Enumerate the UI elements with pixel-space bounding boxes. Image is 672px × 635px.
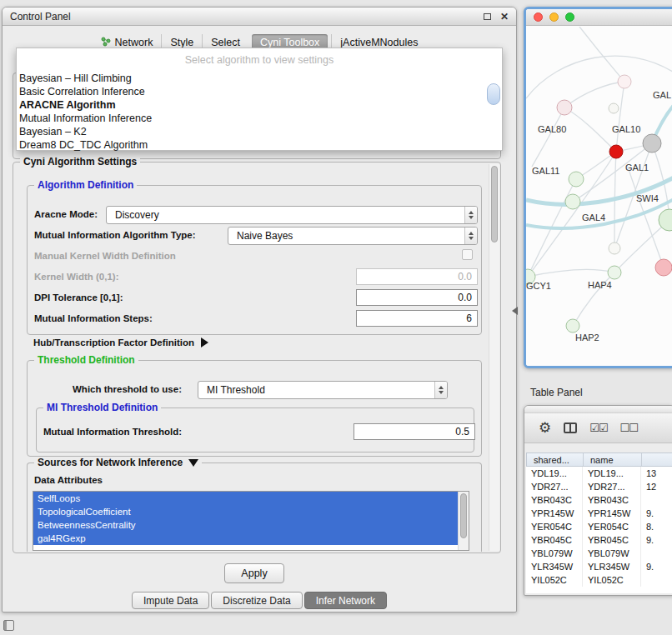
network-edge <box>616 82 624 152</box>
expanded-arrow-icon[interactable] <box>188 459 198 467</box>
table-row[interactable]: YPR145W YPR145W 9. <box>526 507 672 520</box>
table-header-row: shared... name <box>526 452 672 467</box>
tab-impute-data[interactable]: Impute Data <box>132 592 209 609</box>
network-node[interactable] <box>609 145 623 158</box>
node-label: HAP2 <box>575 332 599 342</box>
cell-shared: YBR043C <box>526 493 583 507</box>
column-header-extra[interactable] <box>642 453 672 466</box>
mi-threshold-group-title: MI Threshold Definition <box>43 402 161 413</box>
manual-kernel-label: Manual Kernel Width Definition <box>34 251 176 261</box>
dropdown-option[interactable]: Bayesian – K2 <box>17 125 502 138</box>
node-label: GAL4 <box>582 212 605 222</box>
dpi-tolerance-field[interactable] <box>356 289 478 306</box>
tab-jactivemnodules-label: jActiveMNodules <box>340 37 418 48</box>
network-window-titlebar[interactable] <box>526 9 672 26</box>
dropdown-option[interactable]: Dream8 DC_TDC Algorithm <box>17 138 502 152</box>
hub-definition-label: Hub/Transcription Factor Definition <box>33 338 194 348</box>
stepper-icon <box>464 207 477 223</box>
node-label: HAP4 <box>588 280 612 290</box>
column-header-shared-name[interactable]: shared... <box>527 453 584 466</box>
table-row[interactable]: YIL052C YIL052C <box>526 573 672 587</box>
mi-steps-field[interactable] <box>356 310 478 327</box>
which-threshold-combo[interactable]: MI Threshold <box>198 381 448 399</box>
table-panel-window: ⚙ ☑☑ ☐☐ shared... name YDL19... YDL19...… <box>524 405 672 596</box>
network-node[interactable] <box>565 194 580 209</box>
aracne-mode-label: Aracne Mode: <box>34 209 98 219</box>
mi-threshold-field[interactable] <box>354 423 475 440</box>
panel-toggle-icon[interactable] <box>3 620 14 631</box>
list-item[interactable]: BetweennessCentrality <box>33 518 458 532</box>
tab-style-label: Style <box>170 37 193 48</box>
network-node[interactable] <box>655 259 672 276</box>
dropdown-option[interactable]: Bayesian – Hill Climbing <box>17 72 502 85</box>
list-scrollbar-thumb[interactable] <box>460 493 467 538</box>
mi-type-combo[interactable]: Naive Bayes <box>228 227 478 245</box>
gear-icon[interactable]: ⚙ <box>539 421 551 435</box>
network-node[interactable] <box>643 134 661 152</box>
close-traffic-light-icon[interactable] <box>534 12 543 22</box>
kernel-width-label: Kernel Width (0,1): <box>34 272 118 282</box>
close-panel-icon[interactable]: ✕ <box>500 12 509 22</box>
tab-network-label: Network <box>115 37 153 48</box>
list-item[interactable]: TopologicalCoefficient <box>33 505 458 518</box>
panel-collapse-grip[interactable] <box>512 307 518 315</box>
table-row[interactable]: YER054C YER054C 8. <box>526 520 672 533</box>
sources-group-title: Sources for Network Inference <box>34 457 202 468</box>
node-label: GAL1 <box>625 162 649 172</box>
dropdown-scrollbar-thumb[interactable] <box>487 83 500 105</box>
deselect-all-rows-icon[interactable]: ☐☐ <box>620 422 638 433</box>
desktop: Control Panel ✕ Network S <box>0 0 672 635</box>
algorithm-definition-group: Algorithm Definition Aracne Mode: Discov… <box>27 185 482 335</box>
network-node[interactable] <box>608 266 621 279</box>
data-attributes-list[interactable]: SelfLoops TopologicalCoefficient Between… <box>33 491 469 551</box>
bottom-tab-bar: Impute Data Discretize Data Infer Networ… <box>3 592 516 609</box>
dropdown-option[interactable]: Basic Correlation Inference <box>17 85 502 98</box>
select-all-rows-icon[interactable]: ☑☑ <box>589 422 607 433</box>
tab-infer-network[interactable]: Infer Network <box>304 592 387 609</box>
cell-name: YER054C <box>583 520 641 533</box>
settings-scrollbar[interactable] <box>489 164 499 551</box>
table-body: YDL19... YDL19... 13 YDR27... YDR27... 1… <box>526 467 672 593</box>
hub-definition-section[interactable]: Hub/Transcription Factor Definition <box>33 338 208 348</box>
network-node[interactable] <box>569 172 584 187</box>
table-row[interactable]: YBR045C YBR045C 9. <box>526 533 672 547</box>
kernel-width-field[interactable] <box>356 268 478 285</box>
tab-discretize-data[interactable]: Discretize Data <box>211 592 302 609</box>
network-node[interactable] <box>557 100 572 115</box>
cell-value: 9. <box>641 507 672 520</box>
which-threshold-label: Which threshold to use: <box>73 384 182 394</box>
table-window-titlebar[interactable] <box>524 406 672 413</box>
table-row[interactable]: YDR27... YDR27... 12 <box>526 480 672 493</box>
dropdown-option[interactable]: Mutual Information Inference <box>17 112 502 125</box>
mi-type-value: Naive Bayes <box>237 230 293 242</box>
zoom-traffic-light-icon[interactable] <box>565 12 574 22</box>
control-panel-titlebar[interactable]: Control Panel ✕ <box>3 8 516 26</box>
aracne-mode-combo[interactable]: Discovery <box>106 206 478 224</box>
table-row[interactable]: YLR345W YLR345W 9. <box>526 560 672 573</box>
network-node[interactable] <box>618 75 631 88</box>
columns-icon[interactable] <box>564 422 577 433</box>
aracne-mode-value: Discovery <box>115 209 159 221</box>
settings-scrollbar-thumb[interactable] <box>491 166 498 242</box>
minimize-traffic-light-icon[interactable] <box>549 12 559 22</box>
network-node[interactable] <box>609 103 619 113</box>
list-scrollbar[interactable] <box>458 492 469 550</box>
dropdown-option-selected[interactable]: ARACNE Algorithm <box>17 98 502 112</box>
table-toolbar: ⚙ ☑☑ ☐☐ <box>524 413 672 443</box>
collapsed-arrow-icon[interactable] <box>201 338 208 348</box>
apply-button[interactable]: Apply <box>224 563 284 583</box>
table-row[interactable]: YBL079W YBL079W <box>526 547 672 560</box>
float-panel-icon[interactable] <box>484 13 491 20</box>
column-header-name[interactable]: name <box>584 453 642 466</box>
network-node[interactable] <box>566 319 579 332</box>
list-item[interactable]: gal4RGexp <box>33 532 458 545</box>
list-item[interactable]: SelfLoops <box>33 492 458 505</box>
sources-group: Sources for Network Inference Data Attri… <box>27 462 482 552</box>
network-node[interactable] <box>609 242 620 254</box>
threshold-definition-title: Threshold Definition <box>34 354 138 366</box>
cell-value <box>641 573 672 587</box>
table-row[interactable]: YDL19... YDL19... 13 <box>526 467 672 480</box>
table-row[interactable]: YBR043C YBR043C <box>526 493 672 507</box>
manual-kernel-checkbox[interactable] <box>462 249 473 260</box>
network-canvas[interactable]: GAL80 GAL10 GAL GAL11 GAL1 SWI4 GAL4 GCY… <box>526 27 672 366</box>
